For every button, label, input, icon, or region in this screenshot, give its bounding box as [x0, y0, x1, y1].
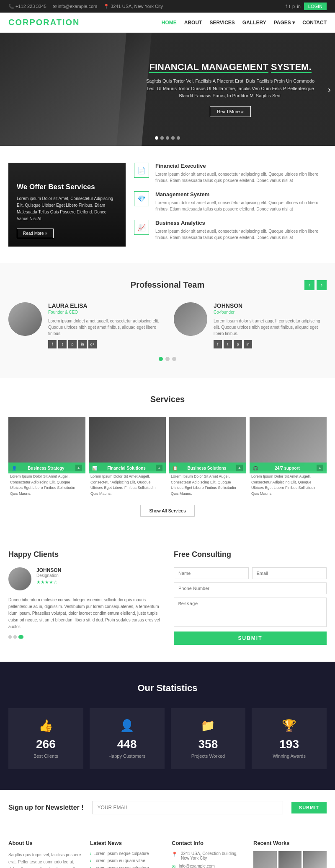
team-2-twitter[interactable]: t [224, 340, 232, 348]
service-card-2: 📊 Financial Solutions + Lorem Ipsum Dolo… [89, 417, 166, 496]
hero-next-arrow[interactable]: › [328, 85, 331, 94]
service-card-1: 👤 Business Strategy + Lorem Ipsum Dolor … [8, 417, 85, 496]
newsletter-submit-button[interactable]: SUBMIT [291, 802, 327, 813]
newsletter-email-input[interactable] [92, 801, 283, 814]
service-card-label-3: 📋 Business Solutions + [169, 463, 246, 473]
service-item-1-text: Lorem ipsum dolor sit amet auell, consec… [155, 171, 327, 184]
stat-number-4: 193 [258, 738, 320, 751]
management-icon: 💎 [134, 191, 149, 206]
team-card-1: LAURA ELISA Founder & CEO Lorem ipsum do… [8, 302, 161, 348]
hero-dot-5[interactable] [177, 136, 180, 140]
nav-pages[interactable]: PAGES ▾ [274, 20, 295, 26]
team-member-2-name: JOHNSON [214, 302, 327, 309]
footer-news-item-2[interactable]: Lorem ipsum eu quam vitae [90, 858, 163, 863]
service-card-plus-1[interactable]: + [75, 465, 82, 471]
hero-dot-1[interactable] [155, 136, 158, 140]
message-textarea[interactable] [174, 598, 327, 627]
team-2-linkedin[interactable]: in [244, 340, 252, 348]
team-section-title: Professional Team [8, 280, 327, 290]
show-all-button[interactable]: Show All Services [140, 505, 194, 517]
service-item-1-content: Financial Executive Lorem ipsum dolor si… [155, 163, 327, 184]
recent-work-2[interactable] [278, 851, 302, 868]
stat-card-4: 🏆 193 Winning Awards [252, 708, 327, 769]
service-item-2-content: Management System Lorem ipsum dolor sit … [155, 191, 327, 212]
footer-news-col: Latest News Lorem ipsum neque culpature … [90, 840, 163, 868]
recent-work-1[interactable] [253, 851, 277, 868]
services-left-panel: We Offer Best Services Lorem ipsum Dolor… [8, 163, 126, 247]
service-card-label-1: 👤 Business Strategy + [8, 463, 85, 473]
team-member-1-social: f t p in g+ [48, 340, 161, 348]
team-prev-button[interactable]: ‹ [304, 280, 314, 290]
stat-card-2: 👤 448 Happy Customers [90, 708, 165, 769]
service-label-text-3: Business Solutions [188, 466, 227, 470]
name-input[interactable] [174, 567, 249, 579]
trophy-icon: 🏆 [258, 719, 320, 733]
client-avatar [8, 567, 31, 590]
recent-work-3[interactable] [303, 851, 327, 868]
client-dot-3[interactable] [18, 635, 23, 639]
team-1-linkedin[interactable]: in [78, 340, 87, 348]
footer-news-title: Latest News [90, 840, 163, 846]
footer-news-item-3[interactable]: Lorem ipsum neque culpature [90, 865, 163, 868]
nav-services[interactable]: SERVICES [209, 20, 234, 26]
client-dot-2[interactable] [13, 635, 17, 639]
login-button[interactable]: LOGIN [304, 3, 327, 10]
client-dot-1[interactable] [8, 635, 12, 639]
team-member-2-social: f t p in [214, 340, 327, 348]
team-cards: LAURA ELISA Founder & CEO Lorem ipsum do… [8, 302, 327, 348]
footer-address: 📍 3241 USA, Collection building, New Yor… [172, 851, 245, 860]
hero-dot-2[interactable] [160, 136, 164, 140]
services-left-content: We Offer Best Services Lorem ipsum Dolor… [8, 174, 126, 247]
services-read-more-button[interactable]: Read More » [17, 229, 54, 238]
service-card-plus-3[interactable]: + [236, 465, 243, 471]
team-member-1-role: Founder & CEO [48, 310, 161, 314]
team-1-twitter[interactable]: t [58, 340, 67, 348]
footer-news-item-1[interactable]: Lorem ipsum neque culpature [90, 851, 163, 856]
folder-icon: 📁 [177, 719, 240, 733]
twitter-icon[interactable]: t [289, 4, 290, 9]
nav-about[interactable]: ABOUT [184, 20, 202, 26]
service-item-1-title: Financial Executive [155, 163, 327, 169]
analytics-icon: 📈 [134, 220, 149, 235]
email-info: ✉ info@example.com [53, 4, 97, 9]
pinterest-icon[interactable]: p [292, 4, 295, 9]
team-next-button[interactable]: › [317, 280, 327, 290]
service-item-2-title: Management System [155, 191, 327, 198]
facebook-icon[interactable]: f [286, 4, 287, 9]
top-social: f t p in [286, 4, 301, 9]
team-1-gplus[interactable]: g+ [88, 340, 97, 348]
team-avatar-2 [174, 302, 207, 336]
consulting-submit-button[interactable]: SUBMIT [174, 632, 327, 645]
footer-address-text: 3241 USA, Collection building, New York … [181, 851, 245, 860]
footer-contact-title: Contact Info [172, 840, 245, 846]
team-2-facebook[interactable]: f [214, 340, 222, 348]
hero-cta-button[interactable]: Read More » [210, 106, 251, 117]
phone-input[interactable] [174, 582, 327, 594]
client-designation: Designation [36, 573, 61, 578]
service-card-text-2: Lorem Ipsum Dolor Sit Amet Augell, Conse… [89, 471, 166, 496]
footer-email: ✉ info@example.com [172, 864, 245, 868]
team-avatar-img-2 [174, 302, 207, 336]
service-card-plus-4[interactable]: + [317, 465, 323, 471]
hero-dot-3[interactable] [166, 136, 169, 140]
nav-home[interactable]: HOME [162, 20, 177, 26]
service-label-text-2: Financial Solutions [107, 466, 146, 470]
top-bar-right: f t p in LOGIN [286, 3, 327, 10]
team-2-pinterest[interactable]: p [234, 340, 242, 348]
client-name: JOHNSON [36, 567, 61, 573]
client-info: JOHNSON Designation ★★★★☆ [36, 567, 61, 590]
client-stars: ★★★★☆ [36, 580, 61, 585]
hero-dot-4[interactable] [171, 136, 175, 140]
email-input[interactable] [252, 567, 327, 579]
team-1-pinterest[interactable]: p [68, 340, 77, 348]
team-member-1-name: LAURA ELISA [48, 302, 161, 309]
address-info: 📍 3241 USA, New York City [103, 4, 163, 9]
team-1-facebook[interactable]: f [48, 340, 57, 348]
linkedin-icon[interactable]: in [297, 4, 301, 9]
service-card-plus-2[interactable]: + [156, 465, 162, 471]
services-grid-section: Services 👤 Business Strategy + Lorem Ips… [0, 378, 335, 533]
nav-contact[interactable]: CONTACT [302, 20, 327, 26]
nav-gallery[interactable]: GALLERY [242, 20, 266, 26]
service-item-3: 📈 Business Analytics Lorem ipsum dolor s… [134, 220, 327, 241]
services-grid: 👤 Business Strategy + Lorem Ipsum Dolor … [8, 417, 327, 496]
